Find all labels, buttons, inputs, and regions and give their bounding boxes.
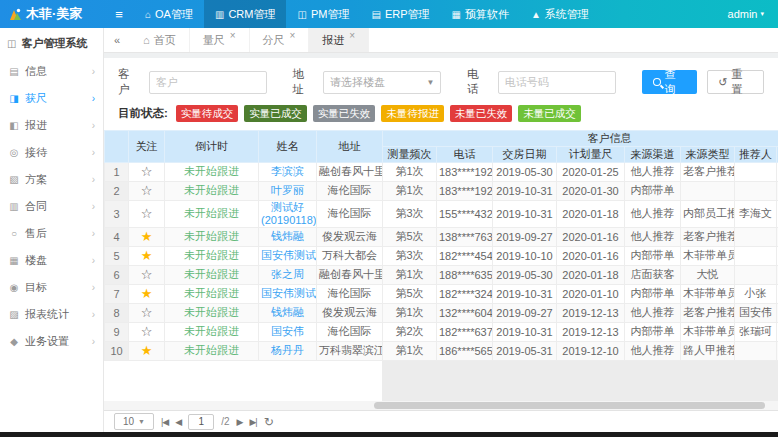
- customer-filter-input[interactable]: [149, 71, 267, 94]
- sidebar-item-label: 报进: [25, 118, 47, 133]
- phone-cell: 182****3245: [437, 284, 493, 303]
- horizontal-scrollbar-thumb[interactable]: [374, 402, 765, 409]
- close-icon[interactable]: ×: [349, 30, 355, 41]
- content-panel: 客户 地址 请选择楼盘 ▼ 电话 查询 ↺ 重置 目前状态: 实量待成交实量已成…: [104, 58, 778, 432]
- close-icon[interactable]: ×: [290, 30, 296, 41]
- tab-报进[interactable]: 报进×: [309, 28, 369, 52]
- status-badge: 未量已失效: [450, 105, 513, 122]
- nav-item-label: OA管理: [155, 7, 193, 22]
- tab-label: 报进: [322, 33, 344, 48]
- tab-label: 分尺: [263, 33, 285, 48]
- first-page-button[interactable]: |◀: [161, 417, 168, 427]
- nav-item-CRM管理[interactable]: ▥CRM管理: [204, 0, 287, 28]
- last-page-button[interactable]: ▶|: [249, 417, 256, 427]
- table-row: 8☆未开始跟进钱炜融俊发观云海第1次132****60402019-09-272…: [105, 303, 778, 322]
- customer-name-link[interactable]: 张之周: [261, 268, 314, 281]
- customer-name-link[interactable]: 国安伟测试: [261, 287, 314, 300]
- customer-name-link[interactable]: 国安伟测试2: [261, 249, 314, 262]
- page-number-input[interactable]: [188, 414, 214, 430]
- reset-icon: ↺: [718, 76, 727, 89]
- next-page-button[interactable]: ▶: [237, 417, 243, 427]
- chevron-right-icon: ›: [92, 228, 95, 239]
- sidebar-item-方案[interactable]: ▧方案›: [0, 166, 103, 193]
- star-outline-icon[interactable]: ☆: [141, 206, 153, 221]
- nav-item-PM管理[interactable]: ◫PM管理: [286, 0, 360, 28]
- nav-item-ERP管理[interactable]: ▤ERP管理: [360, 0, 440, 28]
- admin-user-menu[interactable]: admin ▾: [728, 0, 778, 28]
- phone-filter-input[interactable]: [498, 71, 616, 94]
- star-outline-icon[interactable]: ☆: [141, 183, 153, 198]
- hamburger-menu-icon[interactable]: ≡: [104, 0, 134, 28]
- customer-name-link[interactable]: 国安伟: [261, 325, 314, 338]
- countdown-cell: 未开始跟进: [165, 341, 259, 360]
- row-index-cell: 4: [105, 227, 129, 246]
- reset-button-label: 重置: [731, 67, 753, 97]
- row-index-cell: 3: [105, 200, 129, 227]
- tab-首页[interactable]: ⌂首页: [130, 28, 190, 52]
- budget-icon: ▦: [452, 9, 461, 20]
- search-button[interactable]: 查询: [642, 70, 698, 94]
- star-filled-icon[interactable]: ★: [141, 343, 153, 358]
- window-bottom-edge: [0, 432, 778, 437]
- star-outline-icon[interactable]: ☆: [141, 164, 153, 179]
- customer-name-sub[interactable]: (20190118): [261, 214, 314, 227]
- customer-name-link[interactable]: 钱炜融: [261, 230, 314, 243]
- star-outline-icon[interactable]: ☆: [141, 324, 153, 339]
- chevron-right-icon: ›: [92, 120, 95, 131]
- measure-frequency-cell: 第3次: [383, 200, 437, 227]
- customer-name-link[interactable]: 叶罗丽: [261, 184, 314, 197]
- tab-分尺[interactable]: 分尺×: [250, 28, 310, 52]
- nav-item-label: CRM管理: [228, 7, 275, 22]
- tab-量尺[interactable]: 量尺×: [190, 28, 250, 52]
- customer-name-link[interactable]: 杨丹丹: [261, 344, 314, 357]
- stats-icon: ▨: [8, 309, 20, 320]
- refresh-icon[interactable]: ↻: [264, 415, 274, 429]
- sidebar-item-售后[interactable]: ○售后›: [0, 220, 103, 247]
- chevron-right-icon: ›: [92, 66, 95, 77]
- reset-button[interactable]: ↺ 重置: [707, 70, 764, 94]
- sidebar-item-信息[interactable]: ▤信息›: [0, 58, 103, 85]
- collapse-tabs-icon[interactable]: «: [104, 28, 130, 52]
- customer-name-link[interactable]: 测试好: [261, 201, 314, 214]
- sidebar-item-接待[interactable]: ◎接待›: [0, 139, 103, 166]
- star-filled-icon[interactable]: ★: [141, 229, 153, 244]
- brand-logo: 木菲·美家: [0, 0, 104, 28]
- prev-page-button[interactable]: ◀: [175, 417, 181, 427]
- building-icon: ▦: [8, 255, 20, 266]
- sidebar-item-目标[interactable]: ◉目标›: [0, 274, 103, 301]
- page-size-select[interactable]: 10 ▼: [114, 413, 154, 430]
- sidebar-item-报表统计[interactable]: ▨报表统计›: [0, 301, 103, 328]
- favorite-cell: ☆: [129, 162, 165, 181]
- chevron-right-icon: ›: [92, 282, 95, 293]
- customer-table: 关注倒计时姓名地址客户信息测量频次电话交房日期计划量尺来源渠道来源类型推荐人分配…: [104, 130, 778, 361]
- delivery-date-cell: 2019-05-30: [493, 162, 557, 181]
- address-select-value: 请选择楼盘: [330, 75, 385, 90]
- star-outline-icon[interactable]: ☆: [141, 305, 153, 320]
- phone-cell: 186****5656: [437, 341, 493, 360]
- nav-item-系统管理[interactable]: ▲系统管理: [520, 0, 600, 28]
- status-legend: 目前状态: 实量待成交实量已成交实量已失效未量待报进未量已失效未量已成交: [104, 101, 778, 130]
- customer-name-link[interactable]: 钱炜融: [261, 306, 314, 319]
- sidebar-item-楼盘[interactable]: ▦楼盘›: [0, 247, 103, 274]
- nav-item-OA管理[interactable]: ⌂OA管理: [134, 0, 204, 28]
- status-legend-label: 目前状态:: [118, 106, 168, 121]
- tab-label: 首页: [154, 33, 176, 48]
- phone-cell: 132****6040: [437, 303, 493, 322]
- name-cell: 国安伟测试: [259, 284, 317, 303]
- star-filled-icon[interactable]: ★: [141, 248, 153, 263]
- customer-name-link[interactable]: 李滨滨: [261, 165, 314, 178]
- star-filled-icon[interactable]: ★: [141, 286, 153, 301]
- address-select[interactable]: 请选择楼盘 ▼: [323, 71, 441, 94]
- sidebar-item-业务设置[interactable]: ◆业务设置›: [0, 328, 103, 355]
- sidebar-item-获尺[interactable]: ◨获尺›: [0, 85, 103, 112]
- star-outline-icon[interactable]: ☆: [141, 267, 153, 282]
- sidebar-item-合同[interactable]: ▥合同›: [0, 193, 103, 220]
- phone-cell: 155****4321: [437, 200, 493, 227]
- sidebar-item-报进[interactable]: ◧报进›: [0, 112, 103, 139]
- nav-item-预算软件[interactable]: ▦预算软件: [441, 0, 520, 28]
- filter-bar: 客户 地址 请选择楼盘 ▼ 电话 查询 ↺ 重置: [104, 58, 778, 101]
- source-channel-cell: 内部带单: [625, 284, 681, 303]
- chevron-down-icon: ▾: [760, 10, 764, 18]
- countdown-status: 未开始跟进: [184, 249, 239, 261]
- close-icon[interactable]: ×: [230, 30, 236, 41]
